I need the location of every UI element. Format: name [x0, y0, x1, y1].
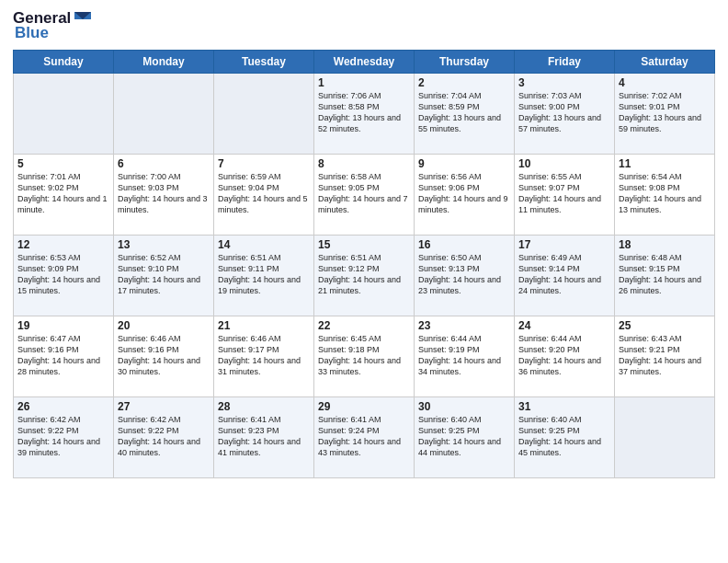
day-number: 13: [118, 238, 210, 251]
calendar-week-row: 1Sunrise: 7:06 AMSunset: 8:58 PMDaylight…: [14, 74, 715, 155]
day-number: 24: [518, 319, 610, 332]
calendar-day-cell: 16Sunrise: 6:50 AMSunset: 9:13 PMDayligh…: [415, 236, 515, 316]
calendar-day-cell: 6Sunrise: 7:00 AMSunset: 9:03 PMDaylight…: [114, 155, 214, 236]
weekday-header-saturday: Saturday: [615, 51, 715, 74]
calendar-table: SundayMondayTuesdayWednesdayThursdayFrid…: [13, 50, 715, 478]
day-number: 19: [17, 319, 109, 332]
day-info: Sunrise: 7:00 AMSunset: 9:03 PMDaylight:…: [118, 171, 210, 216]
calendar-day-cell: 21Sunrise: 6:46 AMSunset: 9:17 PMDayligh…: [214, 316, 314, 397]
page: General Blue SundayMondayTuesdayWednesda…: [0, 0, 728, 563]
calendar-week-row: 26Sunrise: 6:42 AMSunset: 9:22 PMDayligh…: [14, 397, 715, 478]
day-info: Sunrise: 6:40 AMSunset: 9:25 PMDaylight:…: [518, 414, 610, 459]
day-number: 25: [619, 319, 711, 332]
calendar-day-cell: 5Sunrise: 7:01 AMSunset: 9:02 PMDaylight…: [14, 155, 114, 236]
calendar-day-cell: 23Sunrise: 6:44 AMSunset: 9:19 PMDayligh…: [415, 316, 515, 397]
day-info: Sunrise: 6:54 AMSunset: 9:08 PMDaylight:…: [619, 171, 711, 216]
logo-flag-icon: [73, 10, 93, 27]
day-number: 23: [418, 319, 510, 332]
day-number: 29: [318, 400, 410, 413]
calendar-day-cell: [114, 74, 214, 155]
weekday-header-friday: Friday: [515, 51, 615, 74]
calendar-day-cell: 25Sunrise: 6:43 AMSunset: 9:21 PMDayligh…: [615, 316, 715, 397]
calendar-day-cell: 27Sunrise: 6:42 AMSunset: 9:22 PMDayligh…: [114, 397, 214, 478]
calendar-day-cell: 3Sunrise: 7:03 AMSunset: 9:00 PMDaylight…: [515, 74, 615, 155]
day-number: 28: [218, 400, 310, 413]
day-number: 2: [418, 76, 510, 89]
day-number: 8: [318, 157, 410, 170]
day-info: Sunrise: 6:48 AMSunset: 9:15 PMDaylight:…: [619, 252, 711, 297]
day-number: 30: [418, 400, 510, 413]
day-info: Sunrise: 6:41 AMSunset: 9:23 PMDaylight:…: [218, 414, 310, 459]
day-number: 20: [118, 319, 210, 332]
day-info: Sunrise: 7:04 AMSunset: 8:59 PMDaylight:…: [418, 90, 510, 135]
header: General Blue: [13, 9, 715, 42]
day-info: Sunrise: 6:46 AMSunset: 9:16 PMDaylight:…: [118, 333, 210, 378]
calendar-day-cell: 29Sunrise: 6:41 AMSunset: 9:24 PMDayligh…: [314, 397, 415, 478]
day-info: Sunrise: 6:47 AMSunset: 9:16 PMDaylight:…: [17, 333, 109, 378]
calendar-week-row: 5Sunrise: 7:01 AMSunset: 9:02 PMDaylight…: [14, 155, 715, 236]
day-info: Sunrise: 6:40 AMSunset: 9:25 PMDaylight:…: [418, 414, 510, 459]
day-number: 3: [518, 76, 610, 89]
calendar-day-cell: 26Sunrise: 6:42 AMSunset: 9:22 PMDayligh…: [14, 397, 114, 478]
day-info: Sunrise: 6:42 AMSunset: 9:22 PMDaylight:…: [118, 414, 210, 459]
day-info: Sunrise: 6:56 AMSunset: 9:06 PMDaylight:…: [418, 171, 510, 216]
day-info: Sunrise: 6:59 AMSunset: 9:04 PMDaylight:…: [218, 171, 310, 216]
calendar-day-cell: 9Sunrise: 6:56 AMSunset: 9:06 PMDaylight…: [415, 155, 515, 236]
day-number: 17: [518, 238, 610, 251]
day-info: Sunrise: 6:44 AMSunset: 9:20 PMDaylight:…: [518, 333, 610, 378]
weekday-header-thursday: Thursday: [415, 51, 515, 74]
day-number: 5: [17, 157, 109, 170]
day-number: 10: [518, 157, 610, 170]
day-info: Sunrise: 6:43 AMSunset: 9:21 PMDaylight:…: [619, 333, 711, 378]
day-info: Sunrise: 6:50 AMSunset: 9:13 PMDaylight:…: [418, 252, 510, 297]
day-info: Sunrise: 6:46 AMSunset: 9:17 PMDaylight:…: [218, 333, 310, 378]
weekday-header-sunday: Sunday: [14, 51, 114, 74]
calendar-day-cell: 2Sunrise: 7:04 AMSunset: 8:59 PMDaylight…: [415, 74, 515, 155]
calendar-week-row: 19Sunrise: 6:47 AMSunset: 9:16 PMDayligh…: [14, 316, 715, 397]
calendar-day-cell: 31Sunrise: 6:40 AMSunset: 9:25 PMDayligh…: [515, 397, 615, 478]
day-info: Sunrise: 6:42 AMSunset: 9:22 PMDaylight:…: [17, 414, 109, 459]
calendar-day-cell: 14Sunrise: 6:51 AMSunset: 9:11 PMDayligh…: [214, 236, 314, 316]
day-info: Sunrise: 7:03 AMSunset: 9:00 PMDaylight:…: [518, 90, 610, 135]
day-info: Sunrise: 7:01 AMSunset: 9:02 PMDaylight:…: [17, 171, 109, 216]
day-number: 27: [118, 400, 210, 413]
day-info: Sunrise: 7:02 AMSunset: 9:01 PMDaylight:…: [619, 90, 711, 135]
calendar-day-cell: 22Sunrise: 6:45 AMSunset: 9:18 PMDayligh…: [314, 316, 415, 397]
day-number: 11: [619, 157, 711, 170]
day-number: 6: [118, 157, 210, 170]
calendar-day-cell: 7Sunrise: 6:59 AMSunset: 9:04 PMDaylight…: [214, 155, 314, 236]
weekday-header-tuesday: Tuesday: [214, 51, 314, 74]
calendar-day-cell: 19Sunrise: 6:47 AMSunset: 9:16 PMDayligh…: [14, 316, 114, 397]
calendar-day-cell: 20Sunrise: 6:46 AMSunset: 9:16 PMDayligh…: [114, 316, 214, 397]
calendar-day-cell: 12Sunrise: 6:53 AMSunset: 9:09 PMDayligh…: [14, 236, 114, 316]
calendar-day-cell: 4Sunrise: 7:02 AMSunset: 9:01 PMDaylight…: [615, 74, 715, 155]
calendar-day-cell: 17Sunrise: 6:49 AMSunset: 9:14 PMDayligh…: [515, 236, 615, 316]
calendar-day-cell: [14, 74, 114, 155]
calendar-day-cell: 10Sunrise: 6:55 AMSunset: 9:07 PMDayligh…: [515, 155, 615, 236]
calendar-day-cell: 15Sunrise: 6:51 AMSunset: 9:12 PMDayligh…: [314, 236, 415, 316]
day-number: 21: [218, 319, 310, 332]
day-info: Sunrise: 6:53 AMSunset: 9:09 PMDaylight:…: [17, 252, 109, 297]
day-number: 7: [218, 157, 310, 170]
logo: General Blue: [13, 9, 93, 42]
calendar-week-row: 12Sunrise: 6:53 AMSunset: 9:09 PMDayligh…: [14, 236, 715, 316]
day-info: Sunrise: 6:41 AMSunset: 9:24 PMDaylight:…: [318, 414, 410, 459]
calendar-day-cell: 13Sunrise: 6:52 AMSunset: 9:10 PMDayligh…: [114, 236, 214, 316]
day-info: Sunrise: 7:06 AMSunset: 8:58 PMDaylight:…: [318, 90, 410, 135]
day-number: 14: [218, 238, 310, 251]
calendar-day-cell: 1Sunrise: 7:06 AMSunset: 8:58 PMDaylight…: [314, 74, 415, 155]
weekday-header-monday: Monday: [114, 51, 214, 74]
calendar-day-cell: 28Sunrise: 6:41 AMSunset: 9:23 PMDayligh…: [214, 397, 314, 478]
day-number: 26: [17, 400, 109, 413]
calendar-day-cell: 24Sunrise: 6:44 AMSunset: 9:20 PMDayligh…: [515, 316, 615, 397]
day-number: 15: [318, 238, 410, 251]
calendar-day-cell: 11Sunrise: 6:54 AMSunset: 9:08 PMDayligh…: [615, 155, 715, 236]
calendar-day-cell: 18Sunrise: 6:48 AMSunset: 9:15 PMDayligh…: [615, 236, 715, 316]
weekday-header-row: SundayMondayTuesdayWednesdayThursdayFrid…: [14, 51, 715, 74]
day-info: Sunrise: 6:45 AMSunset: 9:18 PMDaylight:…: [318, 333, 410, 378]
calendar-day-cell: 30Sunrise: 6:40 AMSunset: 9:25 PMDayligh…: [415, 397, 515, 478]
day-info: Sunrise: 6:51 AMSunset: 9:12 PMDaylight:…: [318, 252, 410, 297]
day-number: 18: [619, 238, 711, 251]
day-number: 22: [318, 319, 410, 332]
day-info: Sunrise: 6:58 AMSunset: 9:05 PMDaylight:…: [318, 171, 410, 216]
